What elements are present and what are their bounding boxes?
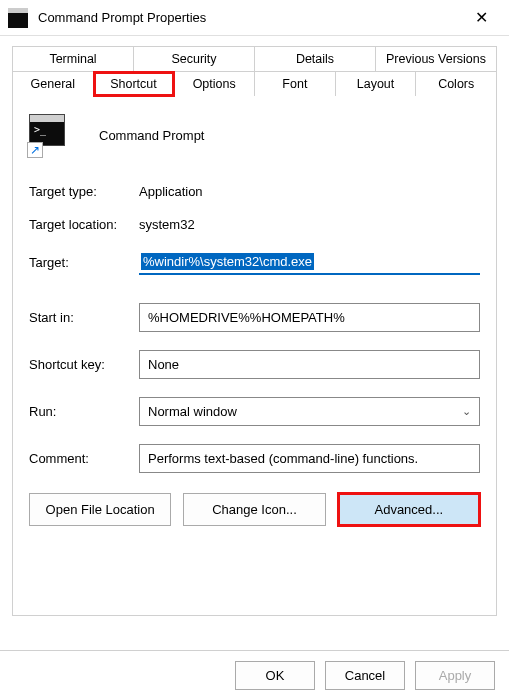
cmd-icon [8, 8, 28, 28]
app-icon-wrap: ↗ [29, 114, 71, 156]
tab-security[interactable]: Security [134, 47, 255, 72]
tab-font[interactable]: Font [255, 72, 336, 96]
change-icon-button[interactable]: Change Icon... [183, 493, 325, 526]
advanced-button[interactable]: Advanced... [338, 493, 480, 526]
apply-button: Apply [415, 661, 495, 690]
tab-terminal[interactable]: Terminal [13, 47, 134, 72]
target-location-value: system32 [139, 217, 195, 232]
tab-layout[interactable]: Layout [336, 72, 417, 96]
comment-label: Comment: [29, 451, 139, 466]
shortcut-panel: ↗ Command Prompt Target type: Applicatio… [12, 96, 497, 616]
dialog-button-bar: OK Cancel Apply [0, 650, 509, 700]
tab-strip: Terminal Security Details Previous Versi… [12, 46, 497, 96]
tab-previous-versions[interactable]: Previous Versions [376, 47, 496, 72]
target-type-value: Application [139, 184, 203, 199]
shortcut-key-field[interactable] [139, 350, 480, 379]
open-file-location-button[interactable]: Open File Location [29, 493, 171, 526]
tab-colors[interactable]: Colors [416, 72, 496, 96]
tab-general[interactable]: General [13, 72, 94, 96]
start-in-field[interactable] [139, 303, 480, 332]
cancel-button[interactable]: Cancel [325, 661, 405, 690]
ok-button[interactable]: OK [235, 661, 315, 690]
run-value: Normal window [148, 404, 237, 419]
chevron-down-icon: ⌄ [462, 405, 471, 418]
shortcut-overlay-icon: ↗ [27, 142, 43, 158]
window-title: Command Prompt Properties [38, 10, 461, 25]
target-label: Target: [29, 255, 139, 270]
app-name: Command Prompt [99, 128, 204, 143]
target-location-label: Target location: [29, 217, 139, 232]
tab-options[interactable]: Options [174, 72, 255, 96]
start-in-label: Start in: [29, 310, 139, 325]
shortcut-key-label: Shortcut key: [29, 357, 139, 372]
title-bar: Command Prompt Properties ✕ [0, 0, 509, 36]
target-value-selected: %windir%\system32\cmd.exe [141, 253, 314, 270]
run-select[interactable]: Normal window ⌄ [139, 397, 480, 426]
target-field[interactable]: %windir%\system32\cmd.exe [139, 250, 480, 275]
tab-details[interactable]: Details [255, 47, 376, 72]
tab-shortcut[interactable]: Shortcut [94, 72, 175, 96]
run-label: Run: [29, 404, 139, 419]
close-button[interactable]: ✕ [461, 2, 501, 34]
target-type-label: Target type: [29, 184, 139, 199]
comment-field[interactable] [139, 444, 480, 473]
